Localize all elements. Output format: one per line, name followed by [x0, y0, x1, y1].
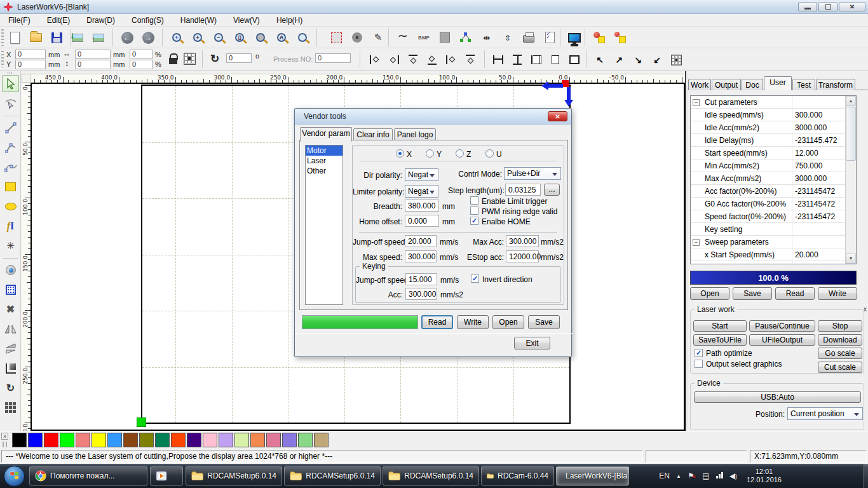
pwm-rising-edge-valid-checkbox[interactable]: [470, 207, 478, 215]
read-param-button[interactable]: Read: [775, 287, 815, 300]
new-file-icon[interactable]: [6, 29, 23, 46]
axis-radio-z[interactable]: [456, 149, 464, 158]
scroll-down-icon[interactable]: ▼: [846, 254, 856, 264]
output-select-graphics-checkbox[interactable]: [695, 360, 703, 368]
param-row[interactable]: −Sweep parameters: [691, 236, 845, 248]
align-center-h-icon[interactable]: [444, 52, 459, 67]
taskbar-app-folder-4[interactable]: RDCAMSetup6.0.14: [383, 466, 479, 485]
category-motor[interactable]: Motor: [306, 146, 342, 156]
show-desktop-button[interactable]: [863, 464, 868, 488]
color-swatch[interactable]: [266, 433, 281, 447]
select-rect-icon[interactable]: [328, 29, 344, 46]
output-list-icon[interactable]: ✓✓: [541, 29, 558, 46]
dialog-close-icon[interactable]: ✕: [548, 111, 567, 121]
color-swatch[interactable]: [219, 433, 233, 447]
panel-tab-test[interactable]: Test: [792, 79, 815, 90]
preview-sim2-icon[interactable]: [612, 29, 628, 46]
export-image-icon[interactable]: ↑: [90, 29, 107, 46]
param-row[interactable]: Idle speed(mm/s)300.000: [691, 109, 845, 121]
menu-config[interactable]: Config(S): [123, 15, 172, 26]
color-swatch[interactable]: [44, 433, 58, 447]
tray-volume-icon[interactable]: ◀): [729, 471, 737, 480]
same-size-icon[interactable]: [567, 52, 582, 67]
color-swatch[interactable]: [60, 433, 74, 447]
zoom-plain-icon[interactable]: [294, 29, 311, 46]
estop-input[interactable]: 12000.00: [506, 250, 539, 262]
color-swatch[interactable]: [139, 433, 154, 447]
keying-jump-input[interactable]: 15.000: [405, 273, 437, 285]
scroll-thumb[interactable]: [846, 107, 856, 161]
start-button[interactable]: [4, 466, 25, 487]
path-optimize-checkbox[interactable]: ✓: [695, 349, 703, 357]
curve-wave-icon[interactable]: ∼: [395, 29, 411, 46]
tray-clipboard-icon[interactable]: ▤: [702, 471, 709, 480]
dialog-read-button[interactable]: Read: [421, 315, 453, 329]
close-button[interactable]: ✕: [839, 2, 865, 11]
tool-select[interactable]: [2, 75, 19, 92]
menu-edit[interactable]: Edit(E): [39, 15, 79, 26]
color-swatch[interactable]: [171, 433, 186, 447]
color-swatch[interactable]: [76, 433, 90, 447]
angle-input[interactable]: 0: [226, 53, 252, 63]
menu-file[interactable]: File(F): [0, 15, 39, 26]
param-row[interactable]: x Start Speed(mm/s)20.000: [691, 248, 845, 261]
param-row[interactable]: y Start Speed(mm/s)15.000: [691, 261, 845, 264]
tool-text[interactable]: fI: [2, 217, 19, 234]
maximize-button[interactable]: [818, 2, 837, 11]
max-speed-input[interactable]: 300.000: [405, 250, 437, 262]
save-icon[interactable]: [48, 29, 65, 46]
color-swatch[interactable]: [12, 433, 27, 447]
pause-continue-button[interactable]: Pause/Continue: [749, 320, 815, 332]
tool-ellipse[interactable]: [2, 198, 19, 215]
tool-delete[interactable]: ✖: [2, 301, 19, 318]
color-swatch[interactable]: [314, 433, 329, 447]
dialog-open-button[interactable]: Open: [492, 315, 524, 329]
position-dropdown[interactable]: Current position: [787, 407, 863, 420]
savetoufile-button[interactable]: SaveToUFile: [693, 334, 747, 346]
color-swatch[interactable]: [298, 433, 313, 447]
lock-icon[interactable]: [165, 51, 180, 66]
v-measure-icon[interactable]: ⇳: [499, 29, 516, 46]
tool-rotate[interactable]: ↻: [2, 379, 19, 396]
h-measure-icon[interactable]: ⇹: [478, 29, 495, 46]
step-length-input[interactable]: 0.03125: [505, 184, 541, 196]
param-row[interactable]: G0 Acc factor(0%-200%-231145472: [691, 198, 845, 210]
tool-mirror-h[interactable]: [2, 320, 19, 337]
anchor-top-left-icon[interactable]: ↖: [592, 52, 607, 67]
axis-radio-x[interactable]: [396, 149, 404, 158]
more-button[interactable]: ...: [544, 184, 560, 196]
minimize-button[interactable]: [798, 2, 817, 11]
preview-sim-icon[interactable]: [591, 29, 607, 46]
pen-cut-icon[interactable]: ✎: [370, 29, 386, 46]
anchor-top-right-icon[interactable]: ↗: [611, 52, 627, 67]
go-scale-button[interactable]: Go scale: [818, 348, 862, 359]
zoom-page-icon[interactable]: ▯: [231, 29, 248, 46]
param-row[interactable]: −Cut parameters: [691, 96, 845, 109]
zoom-dot-icon[interactable]: [252, 29, 269, 46]
pan-zoom-icon[interactable]: +: [168, 29, 185, 46]
color-swatch[interactable]: [123, 433, 138, 447]
dialog-title-bar[interactable]: Vendor tools ✕: [295, 109, 571, 125]
menu-help[interactable]: Help(H): [268, 15, 311, 26]
forward-icon[interactable]: →: [140, 29, 156, 46]
zoom-in-icon[interactable]: +: [189, 29, 206, 46]
enalbe-home-checkbox[interactable]: ✓: [470, 217, 478, 225]
param-row[interactable]: Max Acc(mm/s2)3000.000: [691, 172, 845, 185]
anchor-bottom-right-icon[interactable]: ↘: [630, 52, 646, 67]
same-width-icon[interactable]: [491, 52, 506, 67]
equal-height-icon[interactable]: [548, 52, 563, 67]
limiter-polarity-dropdown[interactable]: Negat: [405, 185, 438, 198]
width-percent-input[interactable]: 0: [130, 50, 153, 59]
menu-draw[interactable]: Draw(D): [78, 15, 123, 26]
save-param-button[interactable]: Save: [733, 287, 772, 300]
menu-view[interactable]: View(V): [225, 15, 268, 26]
table-scrollbar[interactable]: ▲ ▼: [845, 96, 856, 264]
height-input[interactable]: 0: [75, 60, 111, 69]
height-percent-input[interactable]: 0: [130, 60, 153, 69]
keying-acc-input[interactable]: 300.000: [405, 288, 437, 300]
dialog-write-button[interactable]: Write: [457, 315, 489, 329]
color-swatch[interactable]: [234, 433, 249, 447]
zoom-all-icon[interactable]: A: [273, 29, 290, 46]
contrl-mode-dropdown[interactable]: Pulse+Dir: [504, 167, 561, 180]
enable-limit-trigger-checkbox[interactable]: [470, 196, 478, 205]
